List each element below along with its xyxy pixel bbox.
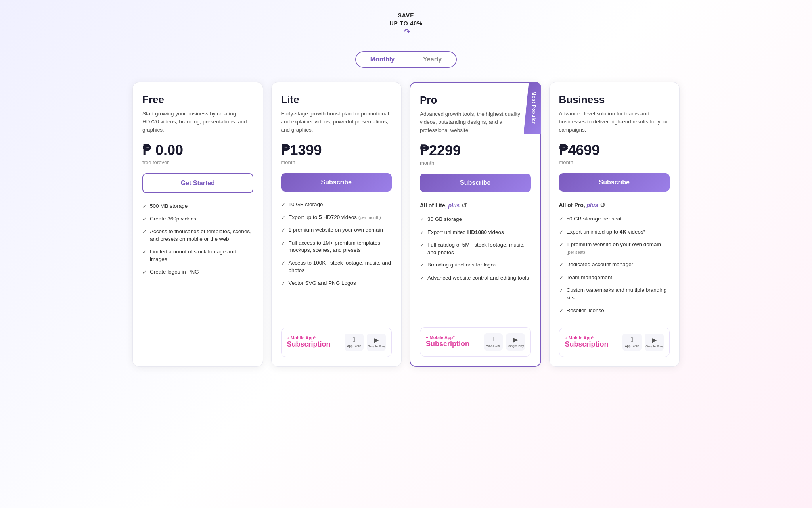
google-play-label: Google Play [507,344,524,348]
check-icon: ✓ [559,229,563,236]
check-icon: ✓ [281,214,285,221]
mobile-app-text-business: + Mobile App* Subscription [565,335,609,349]
apple-store-button[interactable]:  App Store [484,333,503,351]
check-icon: ✓ [420,229,424,236]
feature-item: ✓ Vector SVG and PNG Logos [281,280,392,287]
mobile-app-text-lite: + Mobile App* Subscription [287,335,331,349]
check-icon: ✓ [559,261,563,268]
plan-desc-lite: Early-stage growth boost plan for promot… [281,110,392,134]
mobile-app-section-lite: + Mobile App* Subscription  App Store ▶… [281,328,392,357]
feature-item: ✓ Access to 100K+ stock footage, music, … [281,259,392,274]
check-icon: ✓ [281,227,285,234]
check-icon: ✓ [420,216,424,223]
mobile-app-section-business: + Mobile App* Subscription  App Store ▶… [559,328,670,357]
apple-store-button[interactable]:  App Store [345,334,364,351]
google-play-button[interactable]: ▶ Google Play [367,334,386,351]
apple-icon:  [631,336,633,343]
feature-item: ✓ Reseller license [559,307,670,314]
plan-price-free: ₱ 0.00 [142,142,253,159]
google-play-icon: ▶ [513,336,518,343]
mobile-app-subscription-label: Subscription [287,340,331,349]
feature-item: ✓ 30 GB storage [420,216,531,223]
plan-name-free: Free [142,94,253,106]
plan-card-business: BusinessAdvanced level solution for team… [549,82,680,367]
mobile-app-plus-label: + Mobile App* [287,335,331,340]
plan-name-lite: Lite [281,94,392,106]
apple-icon:  [353,336,355,343]
check-icon: ✓ [559,216,563,223]
features-list-lite: ✓ 10 GB storage ✓ Export up to 5 HD720 v… [281,201,392,320]
features-list-free: ✓ 500 MB storage ✓ Create 360p videos ✓ … [142,203,253,357]
check-icon: ✓ [420,275,424,282]
feature-item: ✓ Branding guidelines for logos [420,261,531,269]
feature-item: ✓ Limited amount of stock footage and im… [142,248,253,263]
feature-item: ✓ Custom watermarks and multiple brandin… [559,287,670,302]
mobile-app-subscription-label: Subscription [565,340,609,349]
check-icon: ✓ [559,287,563,294]
feature-item: ✓ 1 premium website on your own domain [281,226,392,234]
plan-card-free: FreeStart growing your business by creat… [132,82,263,367]
plan-button-business[interactable]: Subscribe [559,173,670,192]
check-icon: ✓ [559,307,563,314]
app-store-label: App Store [486,344,500,347]
check-icon: ✓ [142,203,147,210]
check-icon: ✓ [559,242,563,249]
check-icon: ✓ [142,228,147,236]
page-header: SAVEUP TO 40% ↷ [8,12,804,42]
feature-item: ✓ Full catalog of 5M+ stock footage, mus… [420,242,531,257]
plan-desc-pro: Advanced growth tools, the highest quali… [420,110,531,134]
plus-section-business: All of Pro, plus ↺ [559,201,670,210]
mobile-app-subscription-label: Subscription [426,340,469,348]
plan-period-pro: month [420,160,531,166]
check-icon: ✓ [281,240,285,247]
feature-item: ✓ Create logos in PNG [142,268,253,276]
plus-section-pro: All of Lite, plus ↺ [420,201,531,210]
features-list-pro: All of Lite, plus ↺ ✓ 30 GB storage ✓ Ex… [420,201,531,319]
feature-item: ✓ Export unlimited HD1080 videos [420,229,531,236]
mobile-app-section-pro: + Mobile App* Subscription  App Store ▶… [420,327,531,357]
plan-name-business: Business [559,94,670,106]
check-icon: ✓ [559,274,563,282]
store-buttons-pro:  App Store ▶ Google Play [484,333,525,351]
feature-item: ✓ 50 GB storage per seat [559,215,670,223]
apple-icon:  [492,336,494,343]
plan-button-pro[interactable]: Subscribe [420,174,531,192]
plan-price-business: ₱4699 [559,142,670,159]
feature-item: ✓ Export up to 5 HD720 videos (per month… [281,214,392,221]
plan-desc-business: Advanced level solution for teams and bu… [559,110,670,134]
monthly-toggle-button[interactable]: Monthly [356,52,409,67]
feature-item: ✓ Team management [559,274,670,282]
mobile-app-plus-label: + Mobile App* [565,335,609,340]
feature-item: ✓ Dedicated account manager [559,261,670,268]
check-icon: ✓ [420,262,424,269]
mobile-app-plus-label: + Mobile App* [426,335,469,340]
plan-button-free[interactable]: Get Started [142,173,253,193]
mobile-app-text-pro: + Mobile App* Subscription [426,335,469,348]
feature-item: ✓ 1 premium website on your own domain (… [559,241,670,256]
feature-item: ✓ Export unlimited up to 4K videos* [559,228,670,236]
plan-period-free: free forever [142,159,253,165]
feature-item: ✓ Access to thousands of templates, scen… [142,228,253,243]
google-play-label: Google Play [645,345,663,348]
plan-price-lite: ₱1399 [281,142,392,159]
check-icon: ✓ [281,280,285,287]
most-popular-badge: Most Popular [524,82,541,134]
billing-toggle-container: Monthly Yearly [8,51,804,68]
apple-store-button[interactable]:  App Store [622,334,642,351]
google-play-icon: ▶ [374,336,379,344]
plan-name-pro: Pro [420,94,531,106]
check-icon: ✓ [281,201,285,209]
check-icon: ✓ [142,249,147,256]
check-icon: ✓ [420,242,424,249]
save-badge: SAVEUP TO 40% ↷ [389,12,422,36]
feature-item: ✓ Full access to 1M+ premium templates, … [281,240,392,255]
feature-item: ✓ 500 MB storage [142,203,253,210]
google-play-button[interactable]: ▶ Google Play [645,334,664,351]
billing-toggle: Monthly Yearly [355,51,457,68]
plan-button-lite[interactable]: Subscribe [281,173,392,192]
plan-desc-free: Start growing your business by creating … [142,110,253,134]
google-play-button[interactable]: ▶ Google Play [506,333,525,351]
store-buttons-business:  App Store ▶ Google Play [622,334,664,351]
yearly-toggle-button[interactable]: Yearly [409,52,456,67]
plan-period-lite: month [281,159,392,165]
